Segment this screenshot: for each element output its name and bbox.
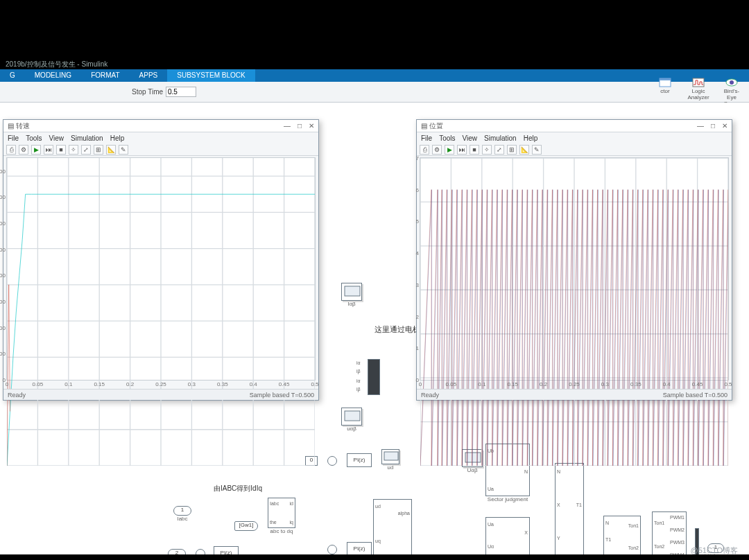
zoom-icon[interactable]: ⤢	[81, 145, 91, 155]
scope1-axes[interactable]: 0200400600800100012001400160000.050.10.1…	[6, 157, 316, 380]
ribbon-tab-modeling[interactable]: MODELING	[25, 69, 81, 82]
scope2-toolbar: ⎙ ⚙ ▶ ⏭ ■ ✧ ⤢ ⊞ 📐 ✎	[417, 143, 732, 156]
scope1-menu-help[interactable]: Help	[110, 134, 125, 142]
sum-id[interactable]	[327, 456, 337, 466]
step-icon[interactable]: ⏭	[457, 145, 467, 155]
stop-time-label: Stop Time	[132, 88, 163, 96]
scope-block-ud[interactable]: ud	[381, 449, 399, 464]
sum-speed[interactable]	[196, 549, 205, 554]
scope-window-speed[interactable]: ▤ 转速 — □ ✕ FileToolsViewSimulationHelp ⎙…	[3, 119, 319, 401]
zoom-icon[interactable]: ⤢	[494, 145, 504, 155]
maximize-icon[interactable]: □	[711, 122, 715, 130]
scope1-menu-simulation[interactable]: Simulation	[71, 134, 103, 142]
cursor-icon[interactable]: ✎	[119, 145, 128, 155]
block-park[interactable]: Ua Uα T Uac X Y Z Park for T1T2	[485, 517, 530, 554]
scope2-status-right: Sample based T=0.500	[663, 392, 728, 399]
run-icon[interactable]: ▶	[445, 145, 454, 155]
svg-point-4	[730, 80, 734, 85]
scope2-title: 位置	[429, 121, 443, 131]
run-icon[interactable]: ▶	[31, 145, 41, 155]
print-icon[interactable]: ⎙	[6, 145, 16, 155]
scope2-menu-view[interactable]: View	[462, 134, 477, 142]
scope2-axes[interactable]: 0123456700.050.10.150.20.250.30.350.40.4…	[420, 157, 729, 380]
measure-icon[interactable]: 📐	[519, 145, 529, 155]
svg-rect-6	[345, 411, 360, 421]
scope1-toolbar: ⎙ ⚙ ▶ ⏭ ■ ✧ ⤢ ⊞ 📐 ✎	[3, 143, 318, 156]
scope2-menubar: FileToolsViewSimulationHelp	[417, 132, 732, 143]
svg-rect-5	[345, 286, 360, 296]
sum-iq[interactable]	[327, 545, 337, 554]
scope1-title: 转速	[16, 121, 30, 131]
ribbon-tab-subsystem-block[interactable]: SUBSYSTEM BLOCK	[167, 69, 255, 82]
inport-iabc[interactable]: 1Iabc	[173, 506, 191, 516]
scope2-status-left: Ready	[421, 392, 439, 399]
scope-window-position[interactable]: ▤ 位置 — □ ✕ FileToolsViewSimulationHelp ⎙…	[416, 119, 732, 401]
maximize-icon[interactable]: □	[298, 122, 302, 130]
block-abc2dq[interactable]: Iabcid theiq abc to dq	[268, 498, 295, 528]
ribbon-tabs: GMODELINGFORMATAPPSSUBSYSTEM BLOCK	[0, 69, 749, 82]
scope2-titlebar[interactable]: ▤ 位置 — □ ✕	[417, 120, 732, 132]
minimize-icon[interactable]: —	[284, 122, 291, 130]
print-icon[interactable]: ⎙	[420, 145, 429, 155]
ribbon-tab-apps[interactable]: APPS	[130, 69, 168, 82]
scope1-status-left: Ready	[8, 392, 26, 399]
ribbon-tab-g[interactable]: G	[0, 69, 25, 82]
highlight-icon[interactable]: ✧	[482, 145, 492, 155]
step-icon[interactable]: ⏭	[44, 145, 53, 155]
stop-icon[interactable]: ■	[56, 145, 66, 155]
stop-time-input[interactable]	[166, 87, 196, 97]
inport-setspeed[interactable]: 2设定转速	[168, 549, 186, 554]
scope1-titlebar[interactable]: ▤ 转速 — □ ✕	[3, 120, 318, 132]
scope-icon: ▤	[421, 122, 427, 130]
scope2-menu-tools[interactable]: Tools	[439, 134, 455, 142]
highlight-icon[interactable]: ✧	[69, 145, 78, 155]
block-pi-iq[interactable]: PI(z)	[347, 542, 372, 554]
annotation-abc: 由IABC得到IdIq	[214, 484, 262, 493]
block-pwm[interactable]: Ton1 Ton2 Ton3 PWM1 PWM2 PWM3 PWM4 PWM5 …	[652, 511, 687, 554]
scope1-menubar: FileToolsViewSimulationHelp	[3, 132, 318, 143]
simulink-window: GMODELINGFORMATAPPSSUBSYSTEM BLOCK Stop …	[0, 69, 749, 554]
ribbon-tab-format[interactable]: FORMAT	[81, 69, 129, 82]
block-nxyzt[interactable]: N X Y Z T1 T2	[555, 463, 584, 554]
close-icon[interactable]: ✕	[309, 122, 314, 130]
stop-icon[interactable]: ■	[470, 145, 479, 155]
scope2-menu-file[interactable]: File	[421, 134, 432, 142]
svg-rect-8	[384, 452, 398, 460]
mux-block[interactable]	[368, 359, 380, 395]
watermark: @51CTO博客	[691, 545, 738, 556]
autoscale-icon[interactable]: ⊞	[507, 145, 517, 155]
minimize-icon[interactable]: —	[697, 122, 704, 130]
block-dq2ab[interactable]: ud uq theta alpha beta dq to alpha-beta	[373, 499, 412, 554]
measure-icon[interactable]: 📐	[106, 145, 116, 155]
cursor-icon[interactable]: ✎	[532, 145, 542, 155]
scope2-status: Ready Sample based T=0.500	[417, 389, 732, 400]
scope2-menu-help[interactable]: Help	[524, 134, 538, 142]
block-pi-speed[interactable]: PI(z)	[214, 546, 239, 554]
autoscale-icon[interactable]: ⊞	[94, 145, 103, 155]
scope1-menu-file[interactable]: File	[8, 134, 19, 142]
scope-icon: ▤	[8, 122, 14, 130]
svg-rect-1	[660, 78, 671, 80]
settings-icon[interactable]: ⚙	[432, 145, 442, 155]
settings-icon[interactable]: ⚙	[19, 145, 28, 155]
scope-block-iab[interactable]: Iαβ	[341, 283, 362, 301]
scope1-status-right: Sample based T=0.500	[250, 392, 314, 399]
block-create3ton[interactable]: N T1 T2 T Ton1 Ton2 Ton3 Create 3Ton	[603, 516, 641, 554]
scope-block-uab[interactable]: uαβ	[341, 408, 362, 426]
scope2-menu-simulation[interactable]: Simulation	[484, 134, 517, 142]
from-gw1[interactable]: [Gw1]	[234, 521, 258, 531]
svg-rect-2	[693, 78, 704, 87]
scope1-menu-tools[interactable]: Tools	[26, 134, 42, 142]
close-icon[interactable]: ✕	[722, 122, 728, 130]
scope1-status: Ready Sample based T=0.500	[3, 389, 318, 400]
block-pi-id[interactable]: PI(z)	[347, 453, 372, 467]
scope1-menu-view[interactable]: View	[49, 134, 64, 142]
app-title: 2019b/控制及信号发生 - Simulink	[6, 60, 107, 69]
toolstrip: Stop Time ctor Logic Analyzer Bird's-Eye…	[0, 82, 749, 103]
